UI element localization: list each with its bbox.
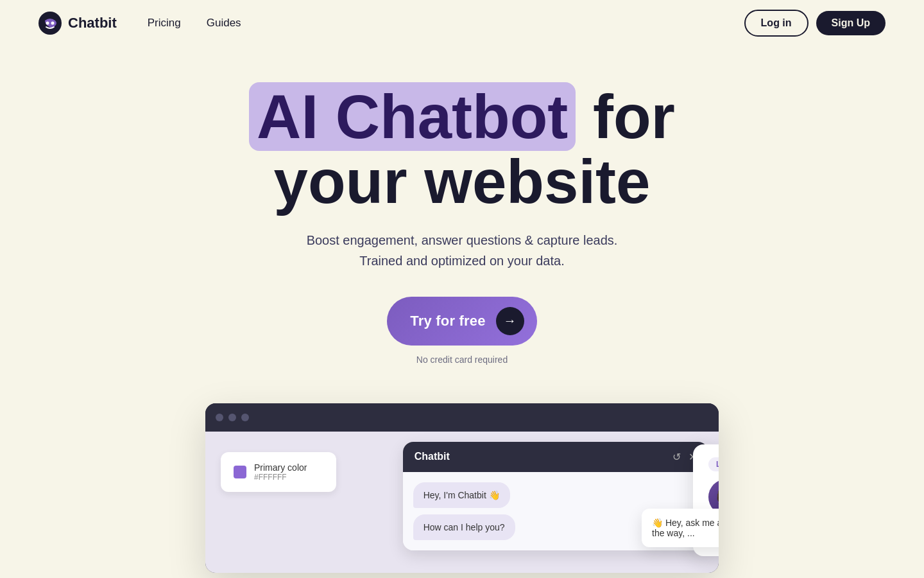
cta-container: Try for free → No credit card required bbox=[387, 297, 536, 365]
nav-left: Chatbit Pricing Guides bbox=[38, 12, 241, 35]
hero-headline-rest: for bbox=[576, 82, 675, 151]
no-credit-card-text: No credit card required bbox=[416, 355, 508, 365]
lead-badge: Lead bbox=[708, 457, 719, 471]
hero-headline-highlight: AI Chatbot bbox=[249, 82, 576, 151]
color-panel-card: Primary color #FFFFFF bbox=[221, 452, 336, 492]
mockup-container: Primary color #FFFFFF Chatbit ↺ ✕ bbox=[0, 403, 924, 573]
color-swatch bbox=[234, 466, 246, 478]
browser-dot-green bbox=[241, 414, 249, 421]
color-panel: Primary color #FFFFFF bbox=[205, 432, 403, 573]
svg-point-1 bbox=[46, 22, 49, 25]
login-button[interactable]: Log in bbox=[744, 10, 809, 37]
svg-point-2 bbox=[51, 22, 55, 25]
signup-button[interactable]: Sign Up bbox=[816, 11, 886, 35]
hero-headline: AI Chatbot for your website bbox=[249, 85, 675, 215]
browser-topbar bbox=[205, 403, 719, 432]
chat-popup-text: 👋 Hey, ask me anything about Chatbit! By… bbox=[652, 518, 719, 538]
browser-dot-yellow bbox=[228, 414, 236, 421]
logo-icon bbox=[38, 12, 62, 35]
hero-section: AI Chatbot for your website Boost engage… bbox=[0, 46, 924, 390]
nav-link-guides[interactable]: Guides bbox=[207, 17, 241, 30]
try-free-label: Try for free bbox=[410, 313, 485, 329]
hero-headline-line2: your website bbox=[274, 147, 651, 216]
chat-widget-area: Chatbit ↺ ✕ Hey, I'm Chatbit 👋 How can I… bbox=[403, 432, 719, 573]
nav-links: Pricing Guides bbox=[148, 17, 241, 30]
chat-bubble-2: How can I help you? bbox=[413, 514, 515, 540]
logo[interactable]: Chatbit bbox=[38, 12, 117, 35]
logo-text: Chatbit bbox=[68, 15, 117, 31]
chat-popup: 👋 Hey, ask me anything about Chatbit! By… bbox=[642, 509, 719, 547]
browser-dot-red bbox=[216, 414, 223, 421]
color-label: Primary color bbox=[254, 462, 307, 473]
browser-mockup: Primary color #FFFFFF Chatbit ↺ ✕ bbox=[205, 403, 719, 573]
arrow-icon: → bbox=[496, 307, 524, 335]
navbar: Chatbit Pricing Guides Log in Sign Up bbox=[0, 0, 924, 46]
nav-right: Log in Sign Up bbox=[744, 10, 886, 37]
try-free-button[interactable]: Try for free → bbox=[387, 297, 536, 346]
color-info: Primary color #FFFFFF bbox=[254, 462, 307, 482]
hero-subtext: Boost engagement, answer questions & cap… bbox=[295, 230, 629, 271]
chat-bubble-1: Hey, I'm Chatbit 👋 bbox=[413, 482, 510, 508]
refresh-icon[interactable]: ↺ bbox=[672, 451, 681, 463]
color-value: #FFFFFF bbox=[254, 473, 307, 482]
chat-widget-title: Chatbit bbox=[415, 451, 450, 462]
chat-header: Chatbit ↺ ✕ bbox=[403, 442, 708, 472]
nav-link-pricing[interactable]: Pricing bbox=[148, 17, 181, 30]
browser-content: Primary color #FFFFFF Chatbit ↺ ✕ bbox=[205, 432, 719, 573]
